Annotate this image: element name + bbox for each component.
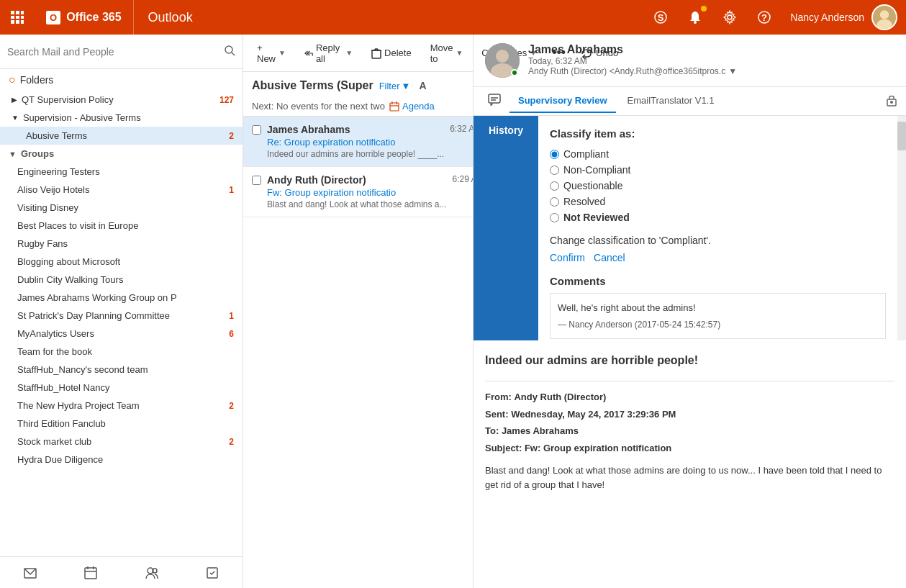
agenda-button[interactable]: Agenda: [389, 101, 435, 112]
classify-panel: Classify item as: CompliantNon-Compliant…: [538, 116, 897, 340]
action-links: Confirm Cancel: [550, 252, 886, 263]
group-item[interactable]: Dublin City Walking Tours: [0, 271, 243, 289]
email-body-main: Indeed our admins are horrible people!: [485, 352, 894, 369]
abusive-terms-item[interactable]: Abusive Terms 2: [0, 127, 243, 145]
lock-icon: [886, 94, 897, 109]
email-checkbox[interactable]: [252, 125, 261, 135]
mail-nav-item[interactable]: [0, 557, 60, 588]
to-value: James Abrahams: [502, 425, 579, 436]
classify-option-non-compliant[interactable]: Non-Compliant: [550, 164, 886, 176]
user-name: Nancy Anderson: [790, 12, 864, 23]
reply-all-button[interactable]: Reply all ▼: [296, 37, 361, 69]
group-item[interactable]: James Abrahams Working Group on P: [0, 289, 243, 307]
email-item[interactable]: James Abrahams Re: Group expiration noti…: [243, 117, 473, 167]
radio-input[interactable]: [550, 213, 559, 222]
email-time: 6:32 AM: [450, 124, 473, 134]
waffle-menu[interactable]: [0, 0, 35, 35]
svg-rect-21: [85, 568, 96, 579]
group-item[interactable]: Stock market club2: [0, 433, 243, 451]
main-layout: ○ Folders ▶ QT Supervision Policy 127 ▼ …: [0, 35, 906, 588]
folders-header[interactable]: ○ Folders: [0, 69, 243, 91]
svg-point-16: [880, 10, 889, 19]
svg-rect-7: [16, 20, 19, 24]
classify-option-questionable[interactable]: Questionable: [550, 180, 886, 191]
supervision-policy-item[interactable]: ▶ QT Supervision Policy 127: [0, 91, 243, 109]
groups-list: Engineering TestersAliso Veijo Hotels1Vi…: [0, 163, 243, 469]
email-from: From: Andy Ruth (Director): [485, 390, 894, 404]
search-icon[interactable]: [224, 45, 235, 59]
radio-input[interactable]: [550, 166, 559, 175]
confirm-link[interactable]: Confirm: [550, 252, 585, 263]
group-item[interactable]: StaffHub_Hotel Nancy: [0, 379, 243, 397]
radio-input[interactable]: [550, 150, 559, 159]
supervisory-review-tab[interactable]: Supervisory Review: [509, 89, 616, 113]
comment-tab-icon[interactable]: [482, 88, 507, 115]
tasks-nav-item[interactable]: [182, 557, 243, 588]
delete-button[interactable]: Delete: [363, 42, 420, 64]
sidebar-bottom-nav: [0, 556, 243, 588]
calendar-nav-item[interactable]: [60, 557, 121, 588]
svg-rect-5: [21, 16, 24, 19]
settings-icon[interactable]: [712, 0, 747, 35]
group-item[interactable]: MyAnalytics Users6: [0, 325, 243, 343]
group-item[interactable]: Best Places to visit in Europe: [0, 217, 243, 235]
classify-scrollbar[interactable]: [897, 116, 906, 340]
right-panel: James Abrahams Today, 6:32 AM Andy Ruth …: [474, 35, 906, 588]
cancel-link[interactable]: Cancel: [594, 252, 625, 263]
to-label: To:: [485, 425, 499, 436]
sidebar-nav: ○ Folders ▶ QT Supervision Policy 127 ▼ …: [0, 69, 243, 556]
scrollbar-thumb[interactable]: [897, 122, 906, 150]
move-to-button[interactable]: Move to ▼: [422, 37, 471, 69]
reply-all-dropdown-icon[interactable]: ▼: [345, 49, 353, 57]
toolbar: + New ▼ Reply all ▼ Delete Move to ▼ Cat…: [243, 35, 473, 72]
classify-option-compliant[interactable]: Compliant: [550, 148, 886, 160]
classify-title: Classify item as:: [550, 127, 886, 140]
group-item[interactable]: Engineering Testers: [0, 163, 243, 181]
email-item[interactable]: Andy Ruth (Director) Fw: Group expiratio…: [243, 167, 473, 217]
svg-point-18: [225, 46, 232, 53]
chevron-icon: ▶: [12, 96, 17, 104]
email-list-title-row: Abusive Terms (Super Filter ▼ A: [252, 79, 464, 92]
classify-option-resolved[interactable]: Resolved: [550, 196, 886, 207]
radio-input[interactable]: [550, 181, 559, 191]
svg-point-17: [876, 19, 892, 30]
group-item[interactable]: Blogging about Microsoft: [0, 253, 243, 271]
new-dropdown-icon[interactable]: ▼: [278, 49, 286, 57]
skype-icon[interactable]: S: [643, 0, 678, 35]
user-profile[interactable]: Nancy Anderson: [782, 4, 906, 30]
chevron-down-icon: ▼: [12, 114, 19, 122]
search-input[interactable]: [7, 46, 218, 58]
group-item[interactable]: Aliso Veijo Hotels1: [0, 181, 243, 199]
supervision-abusive-item[interactable]: ▼ Supervision - Abusive Terms: [0, 109, 243, 127]
classify-option-not-reviewed[interactable]: Not Reviewed: [550, 212, 886, 223]
group-item[interactable]: Visiting Disney: [0, 199, 243, 217]
email-preview: Indeed our admins are horrible people! _…: [267, 149, 444, 159]
group-item[interactable]: The New Hydra Project Team2: [0, 397, 243, 415]
move-to-dropdown-icon[interactable]: ▼: [456, 49, 463, 57]
group-item[interactable]: St Patrick's Day Planning Committee1: [0, 307, 243, 325]
filter-button[interactable]: Filter ▼: [379, 81, 411, 91]
svg-point-11: [694, 21, 697, 24]
radio-input[interactable]: [550, 197, 559, 207]
option-label: Resolved: [563, 196, 605, 207]
group-item[interactable]: StaffHub_Nancy's second team: [0, 361, 243, 379]
help-icon[interactable]: ?: [747, 0, 782, 35]
email-translator-tab[interactable]: EmailTranslator V1.1: [619, 89, 723, 113]
email-checkbox[interactable]: [252, 176, 261, 185]
supervisory-panel: History Classify item as: CompliantNon-C…: [474, 116, 906, 340]
group-item[interactable]: Team for the book: [0, 343, 243, 361]
svg-point-38: [496, 50, 509, 63]
new-button[interactable]: + New ▼: [249, 37, 294, 69]
group-item[interactable]: Rugby Fans: [0, 235, 243, 253]
svg-text:?: ?: [761, 12, 767, 23]
group-item[interactable]: Third Edition Fanclub: [0, 415, 243, 433]
bell-icon[interactable]: [678, 0, 712, 35]
groups-header[interactable]: ▼ Groups: [0, 145, 243, 163]
group-item[interactable]: Hydra Due Diligence: [0, 451, 243, 469]
email-list: James Abrahams Re: Group expiration noti…: [243, 117, 473, 588]
email-list-header: Abusive Terms (Super Filter ▼ A Next: No…: [243, 72, 473, 117]
user-avatar: [871, 4, 897, 30]
people-nav-item[interactable]: [122, 557, 182, 588]
delete-icon: [371, 48, 381, 59]
expand-recipients-icon[interactable]: ▼: [728, 66, 737, 76]
